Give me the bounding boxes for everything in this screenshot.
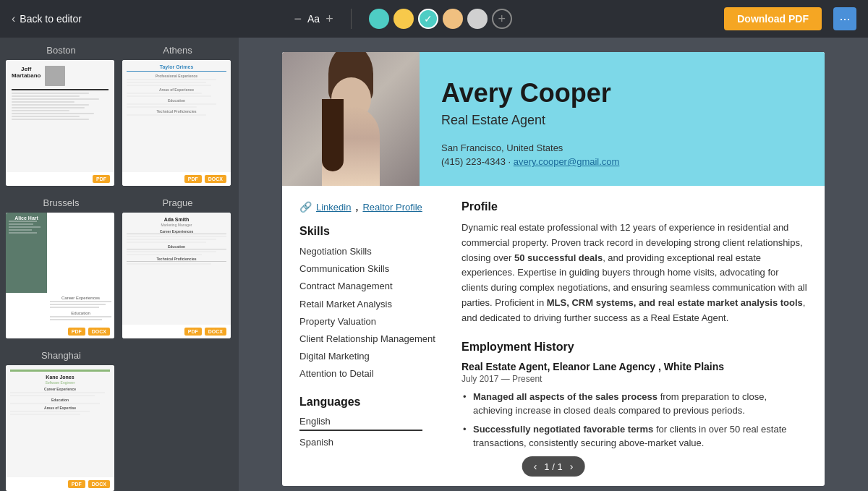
download-pdf-button[interactable]: Download PDF (724, 7, 822, 30)
resume-name-block: Avery Cooper Real Estate Agent San Franc… (420, 52, 825, 186)
link-separator: , (355, 200, 358, 213)
boston-card[interactable]: JeffMartabano (6, 60, 114, 186)
shanghai-label: Shanghai (6, 350, 116, 361)
boston-badges: PDF (6, 172, 114, 186)
athens-preview-name: Taylor Grimes (127, 64, 226, 69)
brussels-pdf-badge: PDF (68, 328, 85, 336)
brussels-main: Career Experiences Education (47, 293, 114, 325)
resume-contact: (415) 223-4343 · avery.cooper@gmail.com (441, 156, 803, 167)
job-bullet-1: Managed all aspects of the sales process… (461, 390, 807, 418)
color-swatch-teal-selected[interactable]: ✓ (418, 9, 438, 29)
brussels-section: Brussels Alice Hart Career Experiences (6, 197, 116, 338)
athens-preview-line (127, 71, 226, 72)
divider (351, 9, 352, 29)
page-number: 1 / 1 (544, 461, 562, 472)
font-increase-button[interactable]: + (326, 12, 333, 27)
profile-bold-2: MLS, CRM systems, and real estate market… (547, 297, 803, 308)
brussels-preview-title: Career Experiences (50, 296, 111, 300)
athens-label: Athens (122, 45, 233, 56)
bullet-1-bold: Managed all aspects of the sales process (473, 391, 658, 402)
prague-pdf-badge: PDF (184, 328, 202, 336)
brussels-preview-title2: Education (50, 311, 111, 315)
next-page-button[interactable]: › (570, 461, 574, 472)
athens-card[interactable]: Taylor Grimes Professional Experience Ar… (122, 60, 231, 186)
shanghai-preview: Kane Jones Software Engineer Career Expe… (6, 365, 114, 477)
skill-negotiation: Negotiation Skills (299, 245, 444, 258)
shanghai-accent (10, 370, 110, 372)
brussels-preview: Alice Hart Career Experiences (6, 213, 114, 325)
resume-main-content: Profile Dynamic real estate professional… (461, 200, 807, 465)
prague-preview-section3: Technical Proficiencies (127, 257, 226, 262)
back-to-editor-button[interactable]: ‹ Back to editor (12, 12, 82, 25)
employment-title: Employment History (461, 341, 807, 354)
athens-preview-section4: Technical Proficiencies (127, 109, 226, 114)
profile-title: Profile (461, 200, 807, 213)
brussels-docx-badge: DOCX (88, 328, 110, 336)
prague-badges: PDF DOCX (122, 325, 231, 338)
brussels-sidebar: Alice Hart (6, 213, 47, 293)
prev-page-button[interactable]: ‹ (534, 461, 537, 472)
skill-contract: Contract Management (299, 280, 444, 293)
resume-links: 🔗 Linkedin , Realtor Profile (299, 200, 444, 213)
back-label: Back to editor (20, 13, 82, 25)
linkedin-link[interactable]: Linkedin (316, 202, 351, 213)
languages-title: Languages (299, 396, 444, 409)
color-swatch-green[interactable] (369, 9, 389, 29)
link-icon: 🔗 (299, 201, 312, 213)
photo-hair-long (322, 99, 344, 171)
athens-badges: PDF DOCX (122, 172, 231, 186)
color-swatch-peach[interactable] (443, 9, 463, 29)
skill-communication: Communication Skills (299, 262, 444, 276)
profile-text: Dynamic real estate professional with 12… (461, 221, 807, 326)
resume-location: San Francisco, United States (441, 142, 803, 153)
job-title-1: Real Estate Agent, Eleanor Lane Agency ,… (461, 361, 807, 372)
boston-preview-line (12, 89, 109, 90)
shanghai-card[interactable]: Kane Jones Software Engineer Career Expe… (6, 365, 114, 491)
shanghai-preview-name: Kane Jones (10, 375, 110, 380)
skill-retail-market: Retail Market Analysis (299, 298, 444, 311)
brussels-preview-name: Alice Hart (9, 215, 44, 221)
contact-separator: · (509, 156, 514, 167)
prague-card[interactable]: Ada Smith Marketing Manager Career Exper… (122, 213, 231, 338)
resume-job-title: Real Estate Agent (441, 113, 803, 128)
font-decrease-button[interactable]: − (294, 12, 302, 27)
shanghai-preview-title: Software Engineer (10, 380, 110, 385)
resume-body: 🔗 Linkedin , Realtor Profile Skills Nego… (282, 186, 825, 479)
shanghai-section: Shanghai Kane Jones Software Engineer Ca… (6, 350, 116, 491)
athens-section: Athens Taylor Grimes Professional Experi… (122, 45, 233, 186)
font-size-label: Aa (307, 13, 320, 25)
prague-docx-badge: DOCX (205, 328, 226, 336)
more-options-button[interactable]: ··· (833, 7, 856, 30)
shanghai-pdf-badge: PDF (68, 480, 85, 488)
prague-label: Prague (122, 197, 233, 208)
realtor-profile-link[interactable]: Realtor Profile (362, 202, 422, 213)
resume-preview-area: Avery Cooper Real Estate Agent San Franc… (239, 38, 868, 491)
color-swatch-light-gray[interactable] (467, 9, 488, 29)
resume-email[interactable]: avery.cooper@gmail.com (514, 156, 620, 167)
shanghai-preview-section2: Education (10, 398, 110, 402)
boston-section: Boston JeffMartabano (6, 45, 116, 186)
athens-docx-badge: DOCX (205, 175, 226, 183)
color-add-button[interactable]: + (492, 9, 512, 29)
skill-attention-detail: Attention to Detail (299, 367, 444, 380)
employment-section: Employment History Real Estate Agent, El… (461, 341, 807, 451)
prague-preview-section2: Education (127, 244, 226, 249)
athens-preview-section2: Areas of Experience (127, 87, 226, 92)
english-bar (299, 430, 422, 431)
brussels-card[interactable]: Alice Hart Career Experiences (6, 213, 114, 338)
boston-preview-lines (12, 93, 109, 121)
athens-preview-section: Professional Experience (127, 74, 226, 78)
skill-property-valuation: Property Valuation (299, 315, 444, 328)
brussels-badges: PDF DOCX (6, 325, 114, 338)
bullet-2-bold: Successfully negotiated favorable terms (473, 424, 653, 435)
shanghai-docx-badge: DOCX (88, 480, 110, 488)
resume-phone: (415) 223-4343 (441, 156, 506, 167)
resume-page: Avery Cooper Real Estate Agent San Franc… (282, 52, 825, 486)
resume-header: Avery Cooper Real Estate Agent San Franc… (282, 52, 825, 186)
athens-preview-section3: Education (127, 98, 226, 103)
template-row-2: Brussels Alice Hart Career Experiences (6, 197, 233, 338)
color-swatch-yellow[interactable] (393, 9, 414, 29)
shanghai-preview-section3: Areas of Expertise (10, 406, 110, 410)
job-bullet-2: Successfully negotiated favorable terms … (461, 422, 807, 451)
language-spanish: Spanish (299, 437, 444, 448)
